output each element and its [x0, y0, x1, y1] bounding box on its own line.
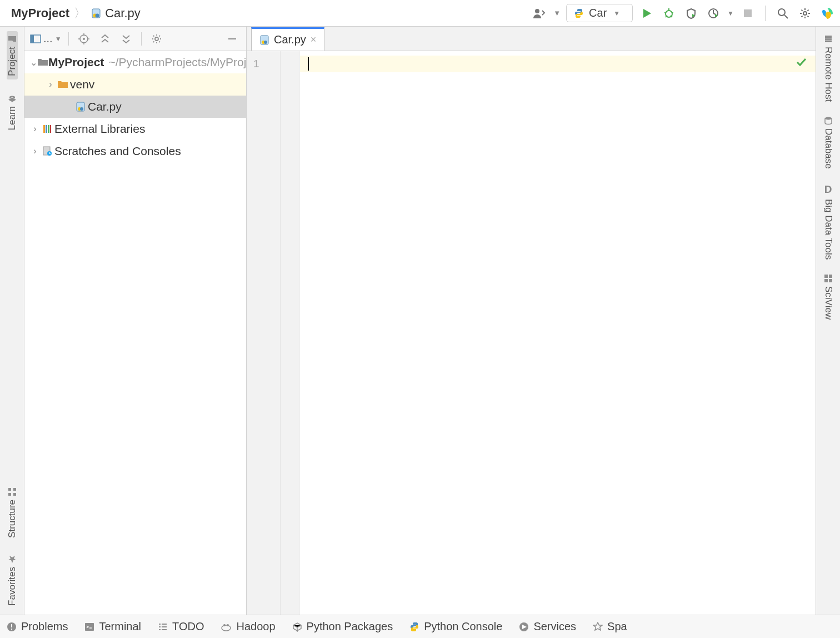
svg-rect-42 — [825, 38, 832, 41]
svg-line-13 — [784, 15, 788, 18]
todo-label: TODO — [172, 620, 204, 633]
tool-sciview-label: SciView — [823, 286, 834, 320]
collapse-all-icon[interactable] — [118, 31, 134, 47]
tool-spark[interactable]: Spa — [593, 620, 627, 633]
tool-services[interactable]: Services — [519, 620, 576, 633]
svg-rect-55 — [159, 626, 161, 627]
inspection-ok-icon[interactable] — [796, 57, 807, 68]
jetbrains-space-icon[interactable] — [819, 5, 836, 22]
hide-panel-icon[interactable] — [224, 31, 241, 47]
right-tool-strip: Remote Host Database D Big Data Tools Sc… — [816, 27, 840, 615]
svg-point-61 — [227, 624, 229, 626]
chevron-down-icon[interactable]: ▼ — [553, 9, 561, 17]
folder-icon — [8, 34, 17, 43]
svg-rect-18 — [8, 488, 11, 491]
project-view-selector[interactable]: ... ▼ — [30, 32, 62, 45]
text-caret — [308, 57, 309, 71]
tool-project[interactable]: Project — [7, 31, 18, 79]
tool-python-console[interactable]: Python Console — [409, 620, 502, 633]
tool-database-label: Database — [823, 128, 834, 169]
tree-scratches[interactable]: › Scratches and Consoles — [24, 140, 246, 162]
settings-icon[interactable] — [797, 5, 813, 22]
tool-big-data[interactable]: D Big Data Tools — [823, 183, 834, 260]
tree-root-label: MyProject — [48, 56, 104, 69]
breadcrumb-file[interactable]: Car.py — [91, 6, 141, 21]
svg-rect-15 — [13, 493, 16, 496]
svg-point-12 — [778, 9, 785, 16]
tool-todo[interactable]: TODO — [158, 620, 204, 633]
tree-file-label: Car.py — [88, 100, 122, 113]
python-file-icon — [259, 35, 269, 45]
run-configuration-selector[interactable]: Car ▼ — [566, 4, 633, 22]
tool-database[interactable]: Database — [823, 116, 834, 169]
close-icon[interactable]: × — [311, 34, 317, 46]
breadcrumb-project[interactable]: MyProject — [11, 6, 69, 21]
chevron-down-icon: ▼ — [55, 35, 62, 43]
tool-structure-label: Structure — [7, 500, 18, 538]
svg-rect-41 — [825, 36, 832, 38]
tree-file-car[interactable]: Car.py — [24, 96, 246, 118]
tool-problems[interactable]: Problems — [7, 620, 68, 633]
editor-area: Car.py × 1 — [247, 27, 816, 615]
editor-body[interactable]: 1 — [247, 51, 816, 615]
search-icon[interactable] — [774, 5, 791, 22]
python-file-icon — [91, 8, 102, 19]
add-user-icon[interactable] — [531, 5, 548, 22]
coverage-icon[interactable] — [683, 5, 699, 22]
chevron-right-icon[interactable]: › — [30, 146, 40, 156]
python-file-icon — [73, 102, 88, 112]
tool-terminal[interactable]: Terminal — [84, 620, 141, 633]
folder-icon — [37, 58, 48, 67]
project-toolbar: ... ▼ — [24, 27, 246, 51]
svg-rect-35 — [50, 125, 51, 133]
tool-python-packages[interactable]: Python Packages — [292, 620, 393, 633]
expand-all-icon[interactable] — [97, 31, 113, 47]
debug-icon[interactable] — [661, 5, 677, 22]
terminal-label: Terminal — [99, 620, 141, 633]
tool-favorites[interactable]: Favorites — [7, 551, 18, 609]
project-panel: ... ▼ ⌄ MyProject ~/PycharmProjects/MyPr… — [24, 27, 247, 615]
run-config-label: Car — [589, 7, 607, 19]
left-tool-strip: Project Learn Structure Favorites — [0, 27, 24, 615]
bottom-tool-bar: Problems Terminal TODO Hadoop Python Pac… — [0, 615, 840, 638]
svg-point-31 — [80, 107, 83, 111]
tree-external-libs[interactable]: › External Libraries — [24, 118, 246, 140]
tree-root[interactable]: ⌄ MyProject ~/PycharmProjects/MyProject — [24, 51, 246, 73]
chevron-right-icon[interactable]: › — [30, 124, 40, 134]
tool-learn[interactable]: Learn — [7, 91, 18, 133]
spark-label: Spa — [607, 620, 627, 633]
warning-icon — [7, 622, 17, 632]
stop-icon[interactable] — [739, 5, 756, 22]
chevron-right-icon[interactable]: › — [46, 79, 56, 89]
chevron-down-icon[interactable]: ▼ — [727, 9, 734, 17]
big-data-badge: D — [824, 183, 832, 196]
editor-tab-label: Car.py — [274, 33, 306, 46]
tool-remote-host[interactable]: Remote Host — [823, 34, 834, 102]
svg-rect-33 — [46, 125, 47, 133]
locate-file-icon[interactable] — [76, 31, 92, 47]
gear-icon[interactable] — [148, 31, 165, 47]
tool-learn-label: Learn — [7, 106, 18, 130]
tool-bigdata-label: Big Data Tools — [823, 199, 834, 260]
run-icon[interactable] — [638, 5, 655, 22]
tool-hadoop[interactable]: Hadoop — [221, 620, 275, 633]
svg-point-60 — [223, 624, 226, 626]
svg-rect-17 — [13, 488, 16, 491]
svg-rect-58 — [162, 629, 167, 630]
editor-tab-car[interactable]: Car.py × — [251, 27, 324, 51]
tool-structure[interactable]: Structure — [7, 484, 18, 541]
svg-rect-45 — [824, 275, 828, 278]
chevron-down-icon[interactable]: ⌄ — [30, 57, 37, 68]
structure-icon — [8, 487, 17, 496]
code-area[interactable] — [300, 51, 816, 615]
top-navigation-bar: MyProject 〉 Car.py ▼ Car ▼ — [0, 0, 840, 27]
tree-root-path: ~/PycharmProjects/MyProject — [108, 56, 246, 69]
svg-point-22 — [83, 38, 85, 40]
tool-sciview[interactable]: SciView — [823, 274, 834, 320]
svg-rect-20 — [31, 35, 34, 43]
code-line-1[interactable] — [300, 56, 816, 72]
project-tree[interactable]: ⌄ MyProject ~/PycharmProjects/MyProject … — [24, 51, 246, 615]
tree-venv[interactable]: › venv — [24, 73, 246, 96]
profile-icon[interactable] — [705, 5, 722, 22]
tool-project-label: Project — [7, 47, 18, 76]
